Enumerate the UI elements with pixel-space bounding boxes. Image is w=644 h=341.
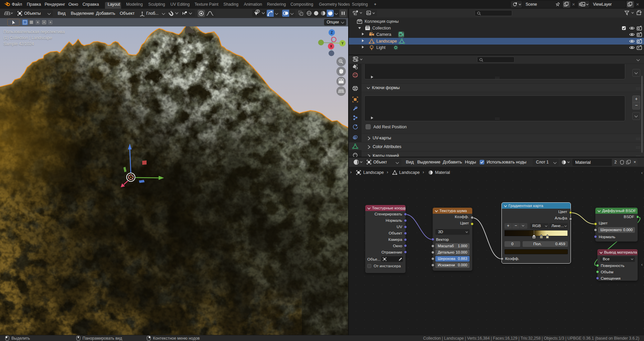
svg-text:Y: Y: [341, 42, 344, 45]
svg-text:X: X: [330, 45, 332, 48]
svg-text:Z: Z: [331, 31, 333, 35]
